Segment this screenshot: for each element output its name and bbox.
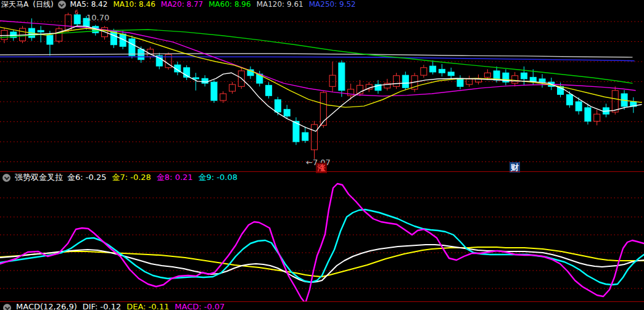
ma-legend-item-3: MA60: 8.96	[208, 0, 250, 9]
ma-legend-item-4: MA120: 9.61	[257, 0, 303, 9]
indicator-name: 强势双金叉拉	[15, 173, 63, 182]
stock-name: 深天马A	[1, 0, 28, 9]
indicator-header: 强势双金叉拉 金6: -0.25金7: -0.28金8: 0.21金9: -0.…	[0, 173, 644, 182]
indicator-chart[interactable]	[0, 182, 644, 301]
period-label: (日线)	[33, 0, 53, 9]
macd-header-cutoff: MACD(12,26,9)DIF: -0.12DEA: -0.11MACD: -…	[0, 302, 644, 310]
indicator-value-0: 金6: -0.25	[67, 173, 106, 182]
ma-legend-item-2: MA20: 8.77	[161, 0, 203, 9]
macd-value-3: MACD: -0.07	[175, 302, 225, 310]
macd-value-2: DEA: -0.11	[126, 302, 169, 310]
indicator-collapse-chevron-icon[interactable]	[2, 174, 10, 182]
collapse-chevron-icon[interactable]	[58, 1, 66, 9]
macd-values: MACD(12,26,9)DIF: -0.12DEA: -0.11MACD: -…	[16, 302, 225, 310]
ma-legend-item-1: MA10: 8.46	[113, 0, 155, 9]
indicator-panel[interactable]	[0, 182, 644, 301]
candlestick-chart[interactable]	[0, 9, 644, 171]
signal-6-marker: 6	[75, 10, 78, 15]
macd-collapse-chevron-icon[interactable]	[3, 304, 11, 310]
indicator-value-3: 金9: -0.08	[199, 173, 237, 182]
panel-divider-top	[0, 171, 644, 172]
candlestick-panel[interactable]	[0, 9, 644, 171]
macd-value-0: MACD(12,26,9)	[16, 302, 77, 310]
indicator-value-1: 金7: -0.28	[112, 173, 151, 182]
ma-legend-item-0: MA5: 8.42	[70, 0, 108, 9]
high-price-label: 10.70	[86, 14, 109, 22]
indicator-values: 金6: -0.25金7: -0.28金8: 0.21金9: -0.08	[67, 173, 237, 182]
macd-value-1: DIF: -0.12	[83, 302, 121, 310]
ma-legend: MA5: 8.42MA10: 8.46MA20: 8.77MA60: 8.96M…	[70, 0, 356, 9]
indicator-value-2: 金8: 0.21	[157, 173, 193, 182]
stock-chart-app: 深天马A (日线) MA5: 8.42MA10: 8.46MA20: 8.77M…	[0, 0, 644, 310]
ma-legend-item-5: MA250: 9.52	[309, 0, 356, 9]
title-bar: 深天马A (日线) MA5: 8.42MA10: 8.46MA20: 8.77M…	[0, 0, 644, 9]
